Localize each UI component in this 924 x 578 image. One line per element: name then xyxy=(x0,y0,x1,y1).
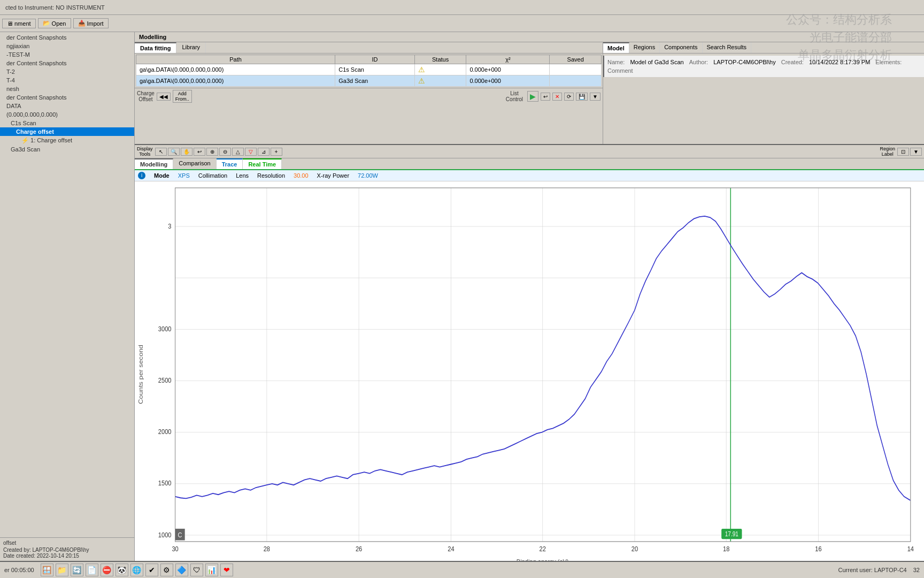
tree-item-charge-offset[interactable]: Charge offset xyxy=(0,127,134,136)
refresh-button[interactable]: ⟳ xyxy=(564,93,574,101)
svg-text:1500: 1500 xyxy=(158,479,172,487)
settings-icon[interactable]: ⚙ xyxy=(160,564,173,576)
tab-model[interactable]: Model xyxy=(603,42,629,53)
zoom-out-button[interactable]: ⊖ xyxy=(219,148,231,156)
shield-icon[interactable]: 🛡 xyxy=(190,564,203,576)
resolution-label: Resolution xyxy=(257,172,285,179)
tree-item-dcs2[interactable]: der Content Snapshots xyxy=(0,59,134,67)
connection-status: cted to Instrument: NO INSTRUMENT xyxy=(2,3,108,12)
stop-button[interactable]: ✕ xyxy=(552,93,562,101)
modelling-left: Data fitting Library Path ID Status χ² xyxy=(135,42,603,144)
app1-icon[interactable]: 📊 xyxy=(205,564,218,576)
tab-data-fitting[interactable]: Data fitting xyxy=(135,42,176,53)
edge-icon[interactable]: 🔷 xyxy=(175,564,188,576)
svg-text:17.91: 17.91 xyxy=(725,530,738,537)
undo-zoom-button[interactable]: ↩ xyxy=(194,148,205,156)
date-created: Date created: 2022-10-14 20:15 xyxy=(3,553,131,559)
tab-chart-modelling[interactable]: Modelling xyxy=(135,158,173,169)
cell-id: C1s Scan xyxy=(335,64,415,75)
col-saved: Saved xyxy=(550,55,602,64)
tree-item-nesh[interactable]: nesh xyxy=(0,85,134,93)
folder-icon[interactable]: 📁 xyxy=(56,564,68,576)
peak-button[interactable]: △ xyxy=(232,148,244,156)
open-label: Open xyxy=(52,20,66,27)
instrument-button[interactable]: 🖥 nment xyxy=(2,19,36,28)
tab-chart-realtime[interactable]: Real Time xyxy=(243,158,282,169)
tree-item-dcs1[interactable]: der Content Snapshots xyxy=(0,33,134,42)
charge-offset-label2: Offset xyxy=(138,96,153,102)
model-info-tabs: Model Regions Components Search Results xyxy=(603,42,924,54)
charge-offset-bottom: offset xyxy=(3,540,131,546)
pointer-button[interactable]: ↖ xyxy=(155,148,167,156)
svg-text:28: 28 xyxy=(264,545,271,553)
play-button[interactable]: ▶ xyxy=(527,91,538,102)
tree-item-charge-offset-sub[interactable]: ⚡ 1: Charge offset xyxy=(0,136,134,145)
region-tool-button[interactable]: ⊡ xyxy=(897,148,909,156)
svg-text:26: 26 xyxy=(356,545,363,553)
cursor-button[interactable]: + xyxy=(271,148,282,156)
region-label-label2: Label xyxy=(882,151,894,157)
svg-text:2000: 2000 xyxy=(158,428,172,436)
tab-chart-comparison[interactable]: Comparison xyxy=(173,158,216,169)
cell-status: ⚠ xyxy=(414,75,466,87)
svg-text:2500: 2500 xyxy=(158,376,172,384)
tree-item-ga3d[interactable]: Ga3d Scan xyxy=(0,145,134,154)
add-from-button[interactable]: AddFrom.. xyxy=(173,90,192,103)
main-layout: der Content Snapshots ngjiaxian -TEST-M … xyxy=(0,32,924,561)
tree-item-c1s[interactable]: C1s Scan xyxy=(0,119,134,127)
more-button[interactable]: ▼ xyxy=(590,93,600,101)
cell-id: Ga3d Scan xyxy=(335,75,415,87)
tree-item-t2[interactable]: T-2 xyxy=(0,67,134,76)
cell-saved xyxy=(550,75,602,87)
shift-down-button[interactable]: ◀◀ xyxy=(157,93,171,101)
tab-search-results[interactable]: Search Results xyxy=(703,42,752,53)
tree-item-dcs3[interactable]: der Content Snapshots xyxy=(0,93,134,102)
import-button[interactable]: 📥 Import xyxy=(73,18,109,28)
display-tools-label1: Display xyxy=(137,146,153,151)
app2-icon[interactable]: ❤ xyxy=(220,564,233,576)
import-label: Import xyxy=(87,20,104,27)
tab-chart-trace[interactable]: Trace xyxy=(217,158,243,169)
cell-path: ga\ga.DATA\(0.000,0.000,0.000) xyxy=(136,75,335,87)
tab-regions[interactable]: Regions xyxy=(629,42,660,53)
stop-icon[interactable]: ⛔ xyxy=(101,564,113,576)
undo-button[interactable]: ↩ xyxy=(541,93,550,101)
charge-offset-icon: ⚡ xyxy=(21,137,29,143)
update-icon[interactable]: 🔄 xyxy=(71,564,83,576)
zoom-in-button[interactable]: ⊕ xyxy=(206,148,218,156)
marker-button[interactable]: ⊿ xyxy=(258,148,270,156)
open-button[interactable]: 📂 Open xyxy=(38,18,71,28)
tab-components[interactable]: Components xyxy=(660,42,702,53)
tree-item-coords[interactable]: (0.000,0.000,0.000) xyxy=(0,110,134,119)
col-status: Status xyxy=(414,55,466,64)
browser-icon[interactable]: 🌐 xyxy=(130,564,143,576)
svg-text:C: C xyxy=(178,531,182,539)
tree-item-t4[interactable]: T-4 xyxy=(0,76,134,85)
save-button[interactable]: 💾 xyxy=(576,93,588,101)
table-row[interactable]: ga\ga.DATA\(0.000,0.000,0.000) Ga3d Scan… xyxy=(136,75,602,87)
modelling-title: Modelling xyxy=(135,32,924,42)
zoom-button[interactable]: 🔍 xyxy=(168,148,180,156)
svg-text:20: 20 xyxy=(632,545,638,553)
more-chart-button[interactable]: ▼ xyxy=(910,148,922,156)
table-row[interactable]: ga\ga.DATA\(0.000,0.000,0.000) C1s Scan … xyxy=(136,64,602,75)
check-icon[interactable]: ✔ xyxy=(145,564,158,576)
svg-text:Counts per second: Counts per second xyxy=(137,345,144,404)
svg-text:3000: 3000 xyxy=(158,325,172,333)
xray-power-label: X-ray Power xyxy=(317,172,350,179)
start-button[interactable]: 🪟 xyxy=(41,564,53,576)
peak2-button[interactable]: ▽ xyxy=(245,148,257,156)
tree-item-ngjx[interactable]: ngjiaxian xyxy=(0,42,134,50)
tab-library[interactable]: Library xyxy=(176,42,206,53)
xray-power-value: 72.00W xyxy=(358,172,378,179)
tree-item-testm[interactable]: -TEST-M xyxy=(0,50,134,59)
lens-value: Lens xyxy=(236,172,249,179)
svg-text:24: 24 xyxy=(448,545,455,553)
pan-button[interactable]: ✋ xyxy=(181,148,192,156)
file-icon[interactable]: 📄 xyxy=(86,564,98,576)
panda-icon[interactable]: 🐼 xyxy=(116,564,128,576)
status-icon-warning: ⚠ xyxy=(418,77,425,85)
tree-item-data[interactable]: DATA xyxy=(0,102,134,110)
svg-text:30: 30 xyxy=(172,545,179,553)
clock: 32 xyxy=(913,567,920,573)
